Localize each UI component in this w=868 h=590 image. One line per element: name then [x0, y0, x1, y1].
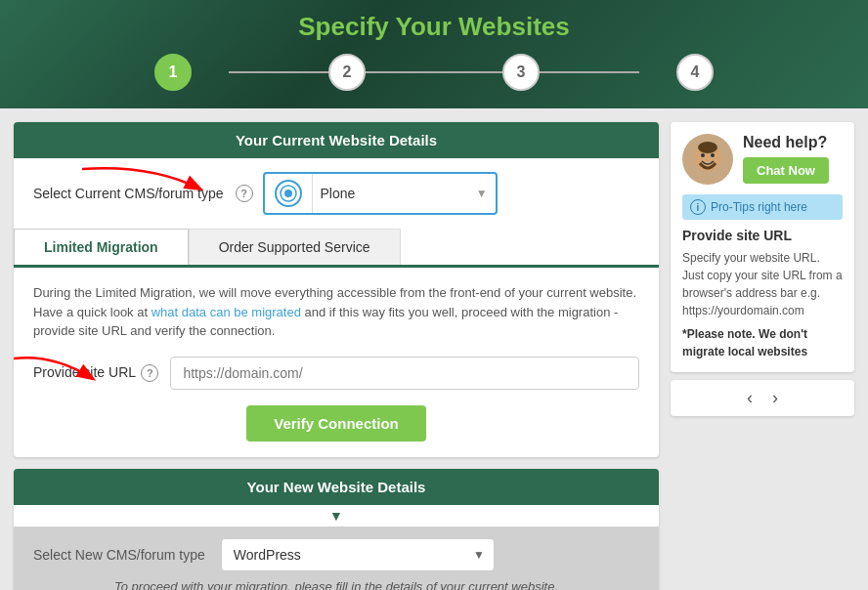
cms-select-wrapper: Plone WordPress Joomla Drupal ▼	[263, 172, 498, 215]
next-button[interactable]: ›	[772, 388, 778, 408]
step-3[interactable]: 3	[502, 54, 540, 91]
cms-select[interactable]: Plone WordPress Joomla Drupal	[313, 180, 468, 207]
current-website-header: Your Current Website Details	[14, 122, 659, 158]
new-card-arrow-wrapper: ▼	[14, 505, 659, 527]
current-website-card: Your Current Website Details Select Curr…	[14, 122, 659, 457]
migration-body: During the Limited Migration, we will mo…	[14, 268, 659, 457]
step-2[interactable]: 2	[328, 54, 366, 91]
left-panel: Your Current Website Details Select Curr…	[14, 122, 659, 590]
info-icon: i	[690, 199, 706, 215]
url-row: Provide site URL ?	[33, 357, 639, 390]
nav-arrows: ‹ ›	[671, 380, 854, 416]
page-title: Specify Your Websites	[0, 12, 868, 42]
prev-button[interactable]: ‹	[747, 388, 753, 408]
new-website-header: Your New Website Details	[14, 469, 659, 505]
svg-point-1	[284, 190, 292, 197]
step-1[interactable]: 1	[154, 54, 192, 91]
verify-button[interactable]: Verify Connection	[246, 405, 426, 442]
plone-icon-wrapper	[265, 174, 313, 213]
help-top: Need help? Chat Now	[682, 134, 843, 185]
help-section-title: Provide site URL	[682, 228, 843, 243]
cms-label: Select Current CMS/forum type	[33, 186, 224, 201]
avatar	[682, 134, 733, 185]
tab-limited-migration[interactable]: Limited Migration	[14, 229, 189, 265]
tabs: Limited Migration Order Supported Servic…	[14, 229, 659, 268]
url-label: Provide site URL ?	[33, 364, 158, 382]
new-website-card: Your New Website Details ▼ Select New CM…	[14, 469, 659, 591]
header: Specify Your Websites 1 2 3 4	[0, 0, 868, 108]
new-website-notice: To proceed with your migration, please f…	[33, 579, 639, 591]
pro-tips-text: Pro-Tips right here	[711, 200, 807, 214]
help-right: Need help? Chat Now	[743, 134, 829, 184]
tab-order-service[interactable]: Order Supported Service	[189, 229, 401, 265]
steps-bar: 1 2 3 4	[0, 54, 868, 101]
right-panel: Need help? Chat Now i Pro-Tips right her…	[671, 122, 854, 416]
new-cms-row: Select New CMS/forum type WordPress Joom…	[33, 538, 639, 571]
pro-tips-bar: i Pro-Tips right here	[682, 194, 843, 220]
new-card-down-arrow-icon: ▼	[329, 508, 343, 524]
new-cms-label: Select New CMS/forum type	[33, 547, 205, 563]
help-card: Need help? Chat Now i Pro-Tips right her…	[671, 122, 854, 372]
chat-button[interactable]: Chat Now	[743, 157, 829, 184]
svg-point-7	[698, 142, 717, 153]
new-card-body: Select New CMS/forum type WordPress Joom…	[14, 527, 659, 591]
cms-row: Select Current CMS/forum type ? Plone Wo…	[14, 158, 659, 229]
plone-icon	[275, 180, 302, 207]
cms-chevron-icon: ▼	[468, 187, 496, 200]
help-section-text: Specify your website URL. Just copy your…	[682, 249, 843, 319]
url-help-icon[interactable]: ?	[141, 364, 158, 382]
migration-link[interactable]: what data can be migrated	[152, 305, 301, 319]
avatar-svg	[682, 134, 733, 185]
new-cms-select[interactable]: WordPress Joomla Drupal Plone	[221, 538, 495, 571]
main-layout: Your Current Website Details Select Curr…	[0, 108, 868, 590]
need-help-text: Need help?	[743, 134, 827, 151]
cms-help-icon[interactable]: ?	[236, 185, 253, 202]
svg-point-6	[711, 153, 715, 157]
url-input[interactable]	[170, 357, 639, 390]
help-note: *Please note. We don't migrate local web…	[682, 325, 843, 360]
svg-point-5	[701, 153, 705, 157]
step-4[interactable]: 4	[676, 54, 714, 91]
migration-description: During the Limited Migration, we will mo…	[33, 283, 639, 341]
